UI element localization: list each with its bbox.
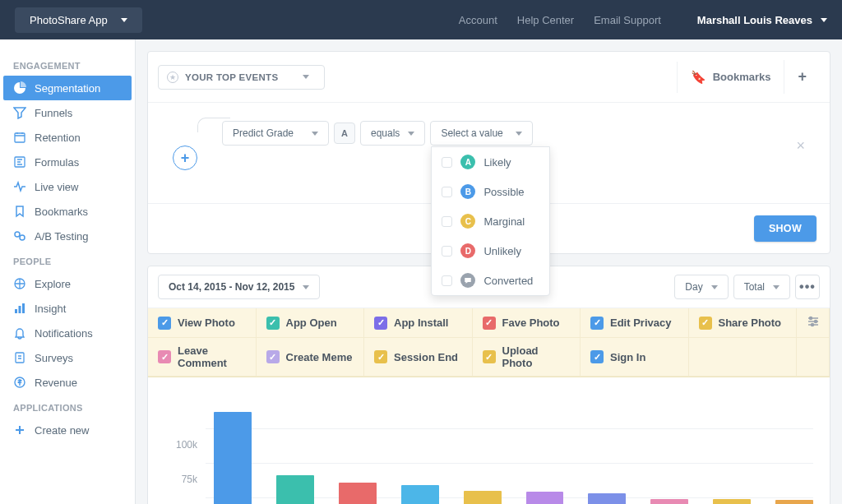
add-bookmark-button[interactable]: + xyxy=(784,60,820,94)
account-link[interactable]: Account xyxy=(459,14,497,26)
svg-rect-7 xyxy=(22,303,25,313)
series-toggle-checkbox xyxy=(374,317,387,330)
bar-create-meme[interactable] xyxy=(650,499,688,504)
app-name: PhotoShare App xyxy=(30,14,108,26)
insight-icon xyxy=(13,302,26,315)
value-option-unlikely[interactable]: DUnlikely xyxy=(432,236,549,266)
filter-operator-selector[interactable]: equals xyxy=(360,121,425,146)
legend-item-app-open[interactable]: App Open xyxy=(257,308,365,337)
granularity-selector[interactable]: Day xyxy=(674,275,728,299)
sidebar-section-header: PEOPLE xyxy=(0,248,135,271)
legend-label: Create Meme xyxy=(286,351,353,363)
filter-property-selector[interactable]: Predict Grade xyxy=(222,121,329,146)
query-panel-header: ★ YOUR TOP EVENTS 🔖 Bookmarks + xyxy=(148,52,830,103)
filter-row: + Predict Grade A equals Select a value xyxy=(148,103,830,203)
bar-edit-privacy[interactable] xyxy=(464,491,502,504)
email-link[interactable]: Email Support xyxy=(594,14,661,26)
bar-app-install[interactable] xyxy=(339,483,377,504)
value-option-marginal[interactable]: CMarginal xyxy=(432,206,549,236)
legend-item-app-install[interactable]: App Install xyxy=(364,308,473,337)
bar-fave-photo[interactable] xyxy=(401,485,439,504)
value-option-label: Likely xyxy=(483,156,511,169)
legend-item-share-photo[interactable]: Share Photo xyxy=(689,308,798,337)
legend-label: Fave Photo xyxy=(502,317,560,329)
app-selector[interactable]: PhotoShare App xyxy=(15,7,142,33)
bookmarks-button[interactable]: 🔖 Bookmarks xyxy=(677,62,784,93)
bar-upload-photo[interactable] xyxy=(775,500,813,504)
remove-filter-button[interactable]: × xyxy=(796,137,805,155)
sidebar-item-revenue[interactable]: Revenue xyxy=(0,370,135,395)
aggregation-selector[interactable]: Total xyxy=(733,275,790,299)
show-button[interactable]: SHOW xyxy=(754,215,817,242)
bookmark-icon xyxy=(13,205,26,218)
value-option-label: Possible xyxy=(483,186,524,198)
calendar-icon xyxy=(13,131,26,144)
series-toggle-checkbox xyxy=(158,350,171,363)
value-option-converted[interactable]: Converted xyxy=(432,266,549,295)
value-option-likely[interactable]: ALikely xyxy=(432,147,549,177)
content: ★ YOUR TOP EVENTS 🔖 Bookmarks + + xyxy=(136,39,842,504)
legend: View PhotoApp OpenApp InstallFave PhotoE… xyxy=(148,308,830,377)
filter-property-label: Predict Grade xyxy=(233,127,294,139)
help-link[interactable]: Help Center xyxy=(517,14,574,26)
date-range-selector[interactable]: Oct 14, 2015 - Nov 12, 2015 xyxy=(158,275,320,299)
svg-point-12 xyxy=(811,324,813,326)
legend-cell-empty xyxy=(689,338,798,376)
top-events-label: YOUR TOP EVENTS xyxy=(185,72,278,82)
bar-app-open[interactable] xyxy=(276,475,314,504)
legend-settings-button[interactable] xyxy=(797,308,830,337)
sidebar-item-formulas[interactable]: Formulas xyxy=(0,150,135,174)
filter-value-selector[interactable]: Select a value ALikelyBPossibleCMarginal… xyxy=(430,121,533,146)
filter-operator-label: equals xyxy=(371,127,400,139)
series-toggle-checkbox xyxy=(374,350,387,363)
bar-view-photo[interactable] xyxy=(214,412,252,504)
bar-session-end[interactable] xyxy=(713,499,751,504)
sidebar-item-bookmarks[interactable]: Bookmarks xyxy=(0,199,135,224)
svg-rect-8 xyxy=(16,353,24,363)
sidebar-item-a-b-testing[interactable]: A/B Testing xyxy=(0,224,135,248)
legend-item-create-meme[interactable]: Create Meme xyxy=(257,338,365,376)
svg-rect-6 xyxy=(19,306,21,313)
sidebar-item-funnels[interactable]: Funnels xyxy=(0,100,135,125)
sidebar-item-surveys[interactable]: Surveys xyxy=(0,345,135,370)
chevron-down-icon xyxy=(773,285,780,289)
bars-container xyxy=(206,377,813,504)
type-badge[interactable]: A xyxy=(334,123,355,144)
legend-item-edit-privacy[interactable]: Edit Privacy xyxy=(581,308,689,337)
series-toggle-checkbox xyxy=(699,317,712,330)
series-toggle-checkbox xyxy=(158,317,171,330)
sidebar-item-notifications[interactable]: Notifications xyxy=(0,321,135,345)
pie-icon xyxy=(13,81,26,95)
legend-label: View Photo xyxy=(178,317,235,329)
bar-leave-comment[interactable] xyxy=(588,493,626,504)
sidebar-item-segmentation[interactable]: Segmentation xyxy=(3,76,132,100)
sidebar-item-explore[interactable]: Explore xyxy=(0,271,135,296)
legend-item-session-end[interactable]: Session End xyxy=(364,338,473,376)
legend-item-view-photo[interactable]: View Photo xyxy=(148,308,257,337)
sidebar-section-header: APPLICATIONS xyxy=(0,395,135,418)
legend-item-fave-photo[interactable]: Fave Photo xyxy=(473,308,581,337)
formula-icon xyxy=(13,155,26,169)
sidebar-item-live-view[interactable]: Live view xyxy=(0,174,135,199)
series-toggle-checkbox xyxy=(590,317,604,330)
legend-item-sign-in[interactable]: Sign In xyxy=(581,338,689,376)
sidebar-item-retention[interactable]: Retention xyxy=(0,125,135,150)
add-filter-button[interactable]: + xyxy=(173,146,197,170)
more-options-button[interactable]: ••• xyxy=(795,275,820,299)
legend-item-leave-comment[interactable]: Leave Comment xyxy=(148,338,257,376)
bar-share-photo[interactable] xyxy=(526,492,564,504)
user-menu[interactable]: Marshall Louis Reaves xyxy=(697,14,827,26)
sidebar-item-create-new[interactable]: Create new xyxy=(0,418,135,442)
value-option-possible[interactable]: BPossible xyxy=(432,177,549,206)
chevron-down-icon xyxy=(408,132,414,136)
legend-label: Upload Photo xyxy=(502,344,571,369)
y-tick-label: 100k xyxy=(176,439,197,451)
sidebar-item-insight[interactable]: Insight xyxy=(0,296,135,321)
legend-item-upload-photo[interactable]: Upload Photo xyxy=(473,338,581,376)
svg-rect-5 xyxy=(15,309,17,313)
funnel-icon xyxy=(13,106,26,119)
series-toggle-checkbox xyxy=(266,317,280,330)
top-events-selector[interactable]: ★ YOUR TOP EVENTS xyxy=(158,65,325,90)
bell-icon xyxy=(13,326,26,340)
chevron-down-icon xyxy=(303,75,309,79)
